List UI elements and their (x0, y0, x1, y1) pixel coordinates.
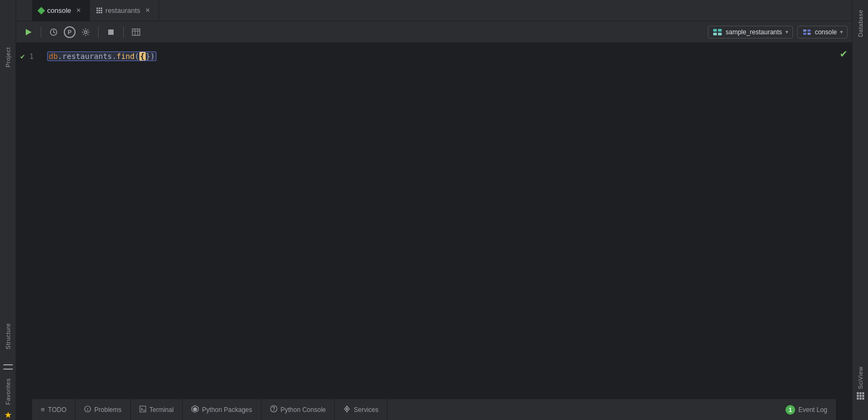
left-sidebar: Project Structure Favorites ★ (0, 0, 16, 420)
toolbar-right: sample_restaurants ▾ console ▾ (708, 26, 848, 39)
db-selector-chevron: ▾ (785, 29, 788, 35)
tab-console-close[interactable]: ✕ (74, 6, 83, 15)
bottom-bar: ≡ TODO ! Problems Terminal (32, 399, 836, 420)
svg-text:!: ! (87, 407, 88, 412)
console-selector-chevron: ▾ (840, 29, 843, 35)
svg-rect-4 (132, 29, 140, 35)
svg-rect-12 (803, 29, 806, 32)
svg-rect-14 (803, 33, 806, 35)
python-packages-icon (191, 405, 199, 414)
history-button[interactable] (46, 24, 62, 40)
svg-point-23 (273, 410, 274, 411)
tab-bar: console ✕ restaurants ✕ (16, 0, 852, 21)
code-close-paren: ) (150, 52, 154, 61)
python-console-icon (270, 405, 278, 414)
sidebar-item-database[interactable]: Database (857, 5, 864, 41)
bottom-right: 1 Event Log (777, 399, 836, 421)
svg-marker-0 (26, 29, 32, 35)
svg-marker-25 (346, 407, 348, 410)
tab-restaurants-close[interactable]: ✕ (144, 6, 152, 15)
console-tab-icon (38, 6, 45, 14)
toolbar-separator-3 (123, 27, 124, 38)
favorites-star-icon: ★ (4, 410, 12, 420)
console-selector-label: console (815, 28, 837, 36)
editor-area: ✔ 1 db.restaurants.find({}) ✔ (16, 43, 852, 399)
run-icon (25, 28, 32, 36)
code-collection: restaurants (62, 52, 112, 61)
bottom-problems[interactable]: ! Problems (76, 399, 131, 421)
code-dot1: . (58, 52, 62, 61)
right-sidebar: Database SciView (852, 0, 868, 420)
svg-rect-15 (807, 33, 811, 35)
terminal-svg-icon (139, 406, 146, 412)
toolbar-separator-1 (41, 27, 41, 38)
db-selector[interactable]: sample_restaurants ▾ (708, 26, 792, 39)
sidebar-item-favorites[interactable]: Favorites (5, 374, 11, 409)
svg-rect-10 (713, 33, 717, 35)
python-packages-svg-icon (191, 405, 199, 412)
code-db: db (49, 52, 58, 61)
terminal-icon (139, 406, 146, 414)
sidebar-divider (3, 364, 13, 365)
history-icon (49, 28, 58, 36)
stop-icon (108, 29, 114, 35)
restaurants-tab-icon (96, 8, 102, 13)
code-cursor-brace: { (139, 52, 146, 61)
event-log-label: Event Log (798, 406, 827, 414)
editor-content[interactable]: ✔ 1 db.restaurants.find({}) (16, 43, 852, 399)
problems-icon: ! (84, 406, 91, 414)
code-area[interactable]: db.restaurants.find({}) (43, 47, 852, 394)
sidebar-item-structure[interactable]: Structure (5, 319, 11, 354)
bottom-python-packages[interactable]: Python Packages (183, 399, 261, 421)
line-numbers: ✔ 1 (16, 47, 43, 394)
problems-label: Problems (94, 406, 122, 414)
run-button[interactable] (20, 24, 36, 40)
svg-rect-9 (718, 29, 722, 32)
problems-svg-icon: ! (84, 406, 91, 412)
console-selector[interactable]: console ▾ (797, 26, 848, 39)
event-log-badge: 1 (785, 405, 795, 415)
todo-label: TODO (48, 406, 66, 414)
toolbar: P (16, 21, 852, 43)
settings-button[interactable] (78, 24, 94, 40)
line-check-1: ✔ (20, 52, 25, 61)
code-line-1: db.restaurants.find({}) (47, 50, 848, 62)
services-label: Services (354, 406, 378, 414)
bottom-todo[interactable]: ≡ TODO (32, 399, 76, 421)
sidebar-item-project[interactable]: Project (5, 43, 11, 72)
code-dot2: . (112, 52, 116, 61)
package-label: P (68, 29, 71, 35)
services-svg-icon (343, 406, 350, 412)
db-selector-icon (713, 28, 722, 36)
svg-rect-13 (807, 29, 811, 32)
bottom-services[interactable]: Services (335, 399, 387, 421)
bottom-python-console[interactable]: Python Console (261, 399, 335, 421)
svg-point-2 (85, 31, 87, 33)
svg-marker-21 (193, 407, 197, 411)
tab-restaurants[interactable]: restaurants ✕ (90, 0, 159, 21)
sidebar-divider (3, 369, 13, 370)
python-console-label: Python Console (281, 406, 326, 414)
bottom-terminal[interactable]: Terminal (131, 399, 183, 421)
code-highlight-box: db.restaurants.find({}) (47, 51, 156, 61)
settings-icon (81, 28, 90, 36)
python-console-svg-icon (270, 405, 278, 412)
terminal-label: Terminal (149, 406, 174, 414)
line-number-1: 1 (29, 52, 33, 61)
stop-button[interactable] (103, 24, 119, 40)
db-selector-label: sample_restaurants (725, 28, 782, 36)
console-selector-icon (802, 28, 812, 36)
svg-rect-8 (713, 29, 717, 32)
table-button[interactable] (128, 24, 144, 40)
package-button[interactable]: P (64, 26, 76, 38)
code-method: find (116, 52, 134, 61)
python-packages-label: Python Packages (202, 406, 252, 414)
sidebar-item-sciview[interactable]: SciView (857, 362, 864, 393)
svg-rect-18 (140, 406, 146, 412)
svg-rect-11 (718, 33, 722, 35)
tab-console-label: console (47, 6, 71, 14)
toolbar-separator-2 (98, 27, 99, 38)
tab-console[interactable]: console ✕ (32, 0, 90, 21)
code-close-brace: } (146, 52, 150, 61)
event-log[interactable]: 1 Event Log (777, 399, 836, 421)
